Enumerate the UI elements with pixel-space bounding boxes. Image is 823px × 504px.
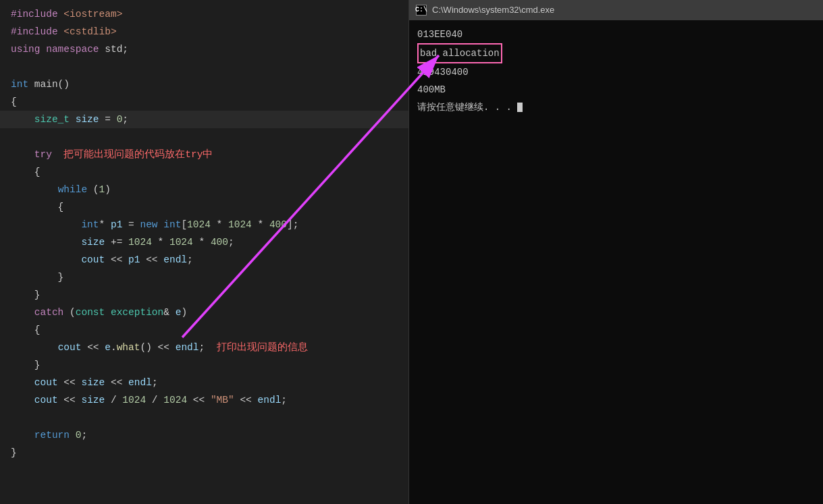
cmd-line: 400MB (417, 81, 815, 99)
code-line: } (0, 269, 408, 286)
cmd-titlebar: C:\ C:\Windows\system32\cmd.exe (409, 0, 823, 20)
code-line: } (0, 444, 408, 461)
cmd-content: 013EE040bad allocation419430400400MB请按任意… (409, 20, 823, 504)
code-line: { (0, 321, 408, 339)
code-line: size += 1024 * 1024 * 400; (0, 233, 408, 251)
cmd-line: 013EE040 (417, 26, 815, 43)
code-line: cout << size / 1024 / 1024 << "MB" << en… (0, 391, 408, 409)
code-line: } (0, 356, 408, 374)
code-line: { (0, 163, 408, 181)
code-line (0, 58, 408, 76)
code-line: cout << e.what() << endl; 打印出现问题的信息 (0, 339, 408, 356)
code-line: int* p1 = new int[1024 * 1024 * 400]; (0, 216, 408, 233)
cmd-title: C:\Windows\system32\cmd.exe (432, 2, 554, 18)
code-line (0, 128, 408, 146)
code-editor: #include <iostream>#include <cstdlib>usi… (0, 0, 408, 504)
cmd-window: C:\ C:\Windows\system32\cmd.exe 013EE040… (408, 0, 823, 504)
code-line: catch (const exception& e) (0, 304, 408, 321)
code-line: cout << size << endl; (0, 374, 408, 391)
code-line: cout << p1 << endl; (0, 251, 408, 269)
cmd-line: 请按任意键继续. . . (417, 99, 815, 116)
code-line: } (0, 286, 408, 304)
code-line: size_t size = 0; (0, 111, 408, 128)
code-line: return 0; (0, 426, 408, 444)
code-line: int main() (0, 76, 408, 93)
cmd-line: bad allocation (417, 43, 815, 63)
code-line: using namespace std; (0, 40, 408, 58)
cmd-line: 419430400 (417, 63, 815, 81)
code-line: while (1) (0, 181, 408, 198)
code-line: try 把可能出现问题的代码放在try中 (0, 146, 408, 163)
cmd-icon: C:\ (416, 5, 427, 16)
code-line (0, 409, 408, 426)
code-line: { (0, 93, 408, 111)
code-line: #include <iostream> (0, 5, 408, 23)
code-line: #include <cstdlib> (0, 23, 408, 40)
code-line: { (0, 198, 408, 216)
